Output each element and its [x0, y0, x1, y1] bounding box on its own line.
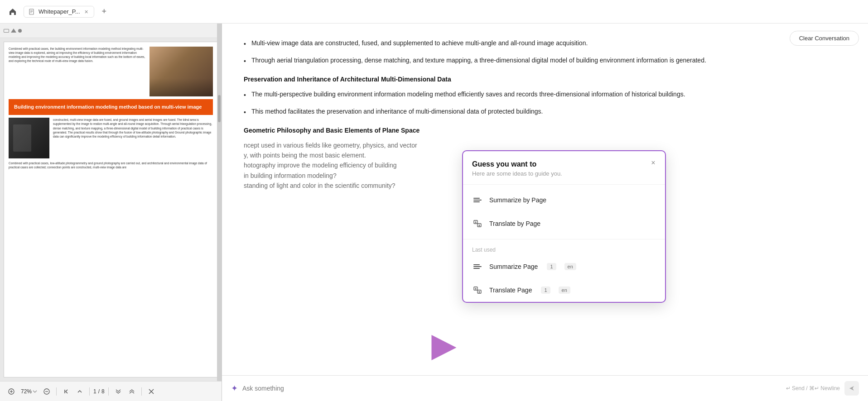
send-button[interactable] — [844, 381, 859, 396]
list-lines-icon — [473, 198, 482, 202]
pdf-mini-toolbar — [0, 24, 222, 38]
translate-by-page-item[interactable]: Translate by Page — [463, 212, 665, 235]
list-lines-icon-2 — [473, 264, 482, 269]
page-up-button[interactable] — [74, 386, 86, 397]
summarize-page-label: Summarize Page — [489, 263, 538, 270]
translate-page-lang: en — [559, 286, 570, 294]
tab-whitepaper[interactable]: Whitepaper_P... × — [24, 6, 94, 18]
main-layout: 12 Combined with practical cases, the bu… — [0, 24, 868, 401]
translate-icon-2 — [472, 285, 483, 296]
zoom-value: 72% — [21, 388, 32, 395]
close-icon — [149, 389, 154, 394]
close-panel-button[interactable] — [145, 386, 157, 397]
chevron-down-icon — [33, 390, 37, 393]
translate-page-count: 1 — [541, 286, 550, 294]
toolbar-divider-3 — [108, 387, 109, 396]
pdf-scroll-thumb — [218, 95, 221, 122]
translate-svg-icon — [473, 219, 482, 228]
summarize-page-last-used[interactable]: Summarize Page 1 en — [463, 255, 665, 278]
zoom-in-button[interactable] — [5, 386, 17, 397]
pdf-scrollbar[interactable] — [217, 38, 222, 381]
send-icon — [849, 385, 855, 391]
pdf-content-top: Combined with practical cases, the build… — [9, 47, 213, 96]
popup-subtitle: Here are some ideas to guide you. — [472, 170, 656, 177]
bullet-item-4: • This method facilitates the preservati… — [244, 106, 846, 117]
translate-svg-icon-2 — [473, 286, 482, 295]
summarize-by-page-item[interactable]: Summarize by Page — [463, 188, 665, 212]
chat-input-hint: ↵ Send / ⌘↵ Newline — [786, 385, 840, 391]
pdf-page-view: 12 Combined with practical cases, the bu… — [0, 38, 222, 381]
toolbar-divider-1 — [56, 387, 57, 396]
bullet-text-2: Through aerial triangulation processing,… — [251, 55, 706, 66]
pdf-text-block-1: Combined with practical cases, the build… — [9, 47, 146, 96]
pdf-image-person — [9, 118, 49, 158]
zoom-out-button[interactable] — [41, 386, 53, 397]
bullet-item-3: • The multi-perspective building environ… — [244, 89, 846, 100]
summarize-icon — [472, 195, 483, 205]
bullet-text-4: This method facilitates the preservation… — [251, 106, 543, 117]
page-first-icon — [63, 389, 69, 394]
page-down-button[interactable] — [126, 386, 138, 397]
pdf-orange-banner: Building environment information modelin… — [9, 99, 213, 115]
document-icon — [29, 9, 35, 15]
top-bar: Whitepaper_P... × + — [0, 0, 868, 24]
clear-conversation-button[interactable]: Clear Conversation — [790, 31, 859, 46]
pdf-banner-text: Building environment information modelin… — [14, 104, 207, 110]
doc-heading-1: Preservation and Inheritance of Architec… — [244, 76, 846, 83]
plus-circle-icon — [8, 388, 14, 395]
popup-divider-1 — [463, 184, 665, 185]
bullet-dot-1: • — [244, 39, 246, 49]
pdf-content-bottom: constructed, multi-view image data are f… — [9, 118, 213, 158]
translate-page-label: Translate Page — [489, 286, 532, 294]
bullet-text-3: The multi-perspective building environme… — [251, 89, 685, 100]
chat-panel: Clear Conversation • Multi-view image da… — [222, 24, 868, 401]
bullet-item-2: • Through aerial triangulation processin… — [244, 55, 846, 66]
page-first-button[interactable] — [60, 386, 72, 397]
summarize-page-lang: en — [564, 263, 576, 270]
last-used-label: Last used — [463, 243, 665, 255]
sparkle-icon: ✦ — [231, 383, 238, 393]
pdf-panel: 12 Combined with practical cases, the bu… — [0, 24, 222, 401]
bullet-dot-2: • — [244, 56, 246, 66]
tab-label: Whitepaper_P... — [39, 8, 80, 15]
popup-title: Guess you want to — [472, 160, 656, 168]
toolbar-divider-2 — [89, 387, 90, 396]
faded-line-1: ncept used in various fields like geomet… — [244, 140, 846, 150]
chat-input[interactable] — [242, 385, 781, 392]
double-chevron-up-icon — [129, 388, 135, 395]
popup-divider-2 — [463, 239, 665, 239]
doc-heading-2: Geometric Philosophy and Basic Elements … — [244, 127, 846, 134]
translate-page-last-used[interactable]: Translate Page 1 en — [463, 278, 665, 302]
translate-by-page-label: Translate by Page — [489, 220, 540, 227]
pdf-text-block-2: constructed, multi-view image data are f… — [53, 118, 213, 158]
chevron-up-icon — [77, 389, 82, 394]
toolbar-circle-icon — [18, 29, 22, 33]
summarize-by-page-label: Summarize by Page — [489, 196, 546, 204]
chat-input-area: ✦ ↵ Send / ⌘↵ Newline — [222, 375, 868, 401]
bullet-dot-3: • — [244, 90, 246, 100]
bullet-dot-4: • — [244, 107, 246, 117]
toolbar-rect-icon — [4, 29, 9, 33]
translate-icon-1 — [472, 218, 483, 229]
add-tab-button[interactable]: + — [98, 5, 111, 18]
pdf-image-building — [149, 47, 213, 96]
page-total: 8 — [101, 388, 105, 395]
double-chevron-down-icon — [115, 388, 121, 395]
pdf-page-content: 12 Combined with practical cases, the bu… — [4, 42, 218, 377]
page-separator: / — [98, 388, 100, 395]
page-current: 1 — [93, 388, 96, 395]
pdf-text-block-3: Combined with practical cases, low-altit… — [9, 161, 213, 169]
bullet-item-1: • Multi-view image data are constructed,… — [244, 38, 846, 49]
zoom-level-display[interactable]: 72% — [19, 387, 39, 396]
summarize-page-count: 1 — [547, 263, 556, 270]
guess-you-want-popup: Guess you want to Here are some ideas to… — [462, 150, 666, 303]
page-down-double-button[interactable] — [112, 386, 124, 397]
home-button[interactable] — [5, 5, 20, 19]
popup-close-button[interactable]: × — [648, 158, 659, 168]
toolbar-divider-4 — [141, 387, 142, 396]
popup-header: Guess you want to Here are some ideas to… — [463, 151, 665, 181]
toolbar-tri-icon — [11, 29, 16, 33]
summarize-icon-2 — [472, 261, 483, 272]
tab-close-button[interactable]: × — [84, 8, 89, 15]
minus-circle-icon — [43, 388, 50, 395]
